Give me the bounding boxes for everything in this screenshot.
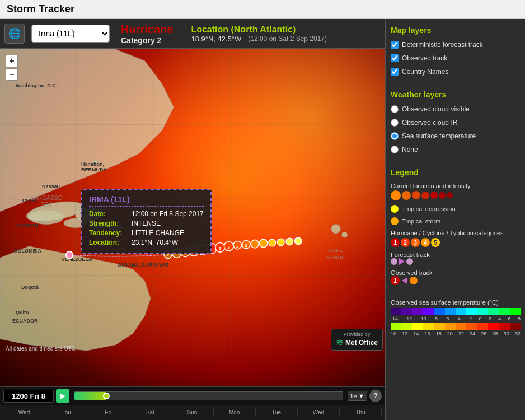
layer-radio-cloud-visible[interactable] [391,105,399,113]
svg-text:SEA: SEA [40,202,52,208]
sst-cell-top-4 [434,308,444,315]
popup-title: IRMA (11L) [89,195,204,207]
day-mon: Mon [214,408,256,417]
legend-title: Legend [391,168,521,177]
svg-point-29 [278,239,284,245]
day-wed-2: Wed [298,408,340,417]
layer-label-cloud-ir: Observed cloud IR [402,119,457,127]
legend-hurricane-label: Hurricane / Cyclone / Typhoon categories [391,230,504,236]
popup-strength-label: Strength: [89,220,128,227]
sst-label-top-0: -14 [391,316,398,321]
time-display: 1200 Fri 8 [3,390,54,403]
triangle-left-icon [402,277,407,284]
layer-row-cloud-visible: Observed cloud visible [391,105,521,114]
zoom-in-button[interactable]: + [6,55,18,67]
day-labels: Wed Thu Fri Sat Sun Mon Tue Wed Thu [0,405,385,420]
sst-label-top-1: -12 [405,316,412,321]
layer-radio-cloud-ir[interactable] [391,119,399,127]
sst-cell-bot-6 [456,323,466,330]
map-area: 🌐 Irma (11L) Hurricane Category 2 Locati… [0,19,385,420]
day-tue: Tue [256,408,298,417]
legend-observed-track: Observed track 1 [391,269,521,285]
popup-date-value: 12:00 on Fri 8 Sep 2017 [132,210,204,218]
day-fri: Fri [87,408,129,417]
map-canvas[interactable]: 2 3 3 4 4 4 3 3 2 2 SARGASSO SEA CAPE VE… [0,49,385,386]
chevron-down-icon: ▼ [358,393,364,399]
popup-date-row: Date: 12:00 on Fri 8 Sep 2017 [89,210,204,218]
day-sun: Sun [171,408,213,417]
svg-point-26 [251,240,259,248]
zoom-out-button[interactable]: − [6,68,18,81]
layer-row-cloud-ir: Observed cloud IR [391,118,521,127]
cat1-badge: 1 [391,238,400,247]
svg-text:2: 2 [245,243,247,248]
layer-radio-sst[interactable] [391,132,399,140]
storm-type-block: Hurricane Category 2 [121,23,173,45]
popup-strength-row: Strength: INTENSE [89,220,204,227]
storm-popup: IRMA (11L) Date: 12:00 on Fri 8 Sep 2017… [81,189,212,254]
timeline-thumb[interactable] [103,393,110,399]
sst-bar-top [391,308,521,315]
storm-location-block: Location (North Atlantic) 18.9°N, 42.5°W… [191,25,327,43]
sst-label-bot-0: 10 [391,331,396,337]
legend-td-label: Tropical depression [402,206,456,212]
svg-text:SARGASSO: SARGASSO [30,195,63,201]
globe-button[interactable]: 🌐 [4,24,25,44]
layer-checkbox-country-names[interactable] [391,68,399,76]
layer-row-forecast: Deterministic forecast track [391,40,521,49]
speed-value: 1× [350,393,358,399]
sst-cell-top-8 [477,308,488,315]
layer-label-country-names: Country Names [402,68,448,76]
popup-location-label: Location: [89,239,128,246]
title-bar: Storm Tracker [0,0,525,19]
sst-cell-top-6 [456,308,466,315]
sst-label-bot-3: 16 [425,331,430,337]
speed-control[interactable]: 1× ▼ [348,391,367,401]
sst-label-top-8: 2 [489,316,491,321]
sst-label-bot-10: 30 [504,331,509,337]
triangle-right-icon [399,258,405,265]
layer-label-observed-track: Observed track [402,54,447,62]
sst-cell-bot-4 [434,323,444,330]
popup-date-label: Date: [89,210,128,218]
sst-labels-bottom: 101214161820222426283032 [391,331,521,337]
sst-cell-top-3 [423,308,434,315]
day-thu-1: Thu [45,408,87,417]
legend-category-circles: 1 2 3 4 5 [391,238,504,247]
help-button[interactable]: ? [369,390,382,402]
sst-cell-bot-1 [401,323,412,330]
storm-datetime: (12:00 on Sat 2 Sep 2017) [248,35,327,43]
map-layers-title: Map layers [391,26,521,35]
day-wed-1: Wed [3,408,45,417]
sst-label-top-5: -4 [456,316,461,321]
sst-cell-top-5 [445,308,456,315]
timeline-track[interactable] [74,391,343,400]
day-thu-2: Thu [340,408,382,417]
popup-location-value: 23.1°N, 70.4°W [132,239,178,246]
zoom-controls: + − [6,55,18,81]
map-footer-text: All dates and times are UTC [6,346,76,352]
layer-radio-none[interactable] [391,146,399,153]
layer-label-cloud-visible: Observed cloud visible [402,105,470,113]
layer-checkbox-forecast[interactable] [391,41,399,49]
sst-colorbar-label: Observed sea surface temperature (°C) [391,299,521,306]
layer-checkbox-observed-track[interactable] [391,54,399,62]
sst-cell-top-10 [499,308,509,315]
cat4-badge: 4 [421,238,430,247]
sst-label-top-2: -10 [419,316,426,321]
sst-cell-bot-5 [445,323,456,330]
app-title: Storm Tracker [7,3,74,15]
legend-forecast-track: Forecast track [391,251,521,265]
svg-point-28 [269,239,275,246]
sst-label-bot-6: 22 [458,331,464,337]
sst-label-bot-5: 20 [447,331,453,337]
storm-coords: 18.9°N, 42.5°W [191,35,241,43]
popup-tendency-label: Tendency: [89,229,128,237]
svg-text:3: 3 [228,245,230,250]
sst-cell-bot-0 [391,323,401,330]
layer-row-observed-track: Observed track [391,54,521,63]
observed-track-row: 1 [391,276,433,285]
sst-label-top-7: 0 [479,316,482,321]
play-button[interactable]: ▶ [56,389,69,403]
storm-selector[interactable]: Irma (11L) [31,25,110,43]
